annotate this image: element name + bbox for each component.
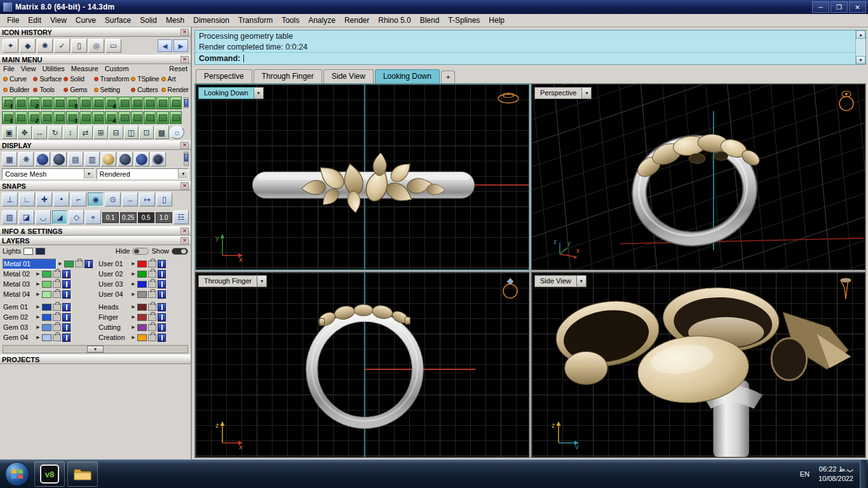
snap-point-icon[interactable]: ✚ xyxy=(36,193,52,207)
material-indicator-icon[interactable] xyxy=(62,323,71,332)
toolbar-icon[interactable] xyxy=(170,97,182,109)
material-indicator-icon[interactable] xyxy=(158,270,166,278)
command-prompt[interactable]: Command: xyxy=(195,52,865,64)
show-toggle[interactable] xyxy=(172,248,188,255)
toolbar-icon[interactable]: 1 xyxy=(2,97,14,109)
layer-name[interactable]: Metal 04 xyxy=(3,290,34,298)
toolbar-icon[interactable] xyxy=(118,111,130,124)
menu-help[interactable]: Help xyxy=(484,15,509,26)
layer-row[interactable]: Gem 02▶ xyxy=(3,312,93,322)
mm-view[interactable]: View xyxy=(21,65,36,72)
mirror-icon[interactable]: ⇄ xyxy=(78,126,93,139)
panel-header-info-settings[interactable]: INFO & SETTINGS ✕ xyxy=(0,226,191,236)
history-forward-icon[interactable]: ▶ xyxy=(173,39,188,52)
layer-row[interactable]: Metal 02▶ xyxy=(3,269,93,279)
scroll-down-icon[interactable]: ▼ xyxy=(856,56,865,64)
show-desktop-button[interactable] xyxy=(860,460,867,488)
array-icon[interactable]: ⊞ xyxy=(93,126,108,139)
orbit-icon[interactable]: ○ xyxy=(170,126,184,139)
gumball-icon[interactable]: ⌖ xyxy=(85,210,100,224)
layer-name[interactable]: User 01 xyxy=(98,260,130,268)
env-material-icon[interactable] xyxy=(151,152,166,166)
chevron-right-icon[interactable]: ▶ xyxy=(131,271,136,276)
lock-icon[interactable] xyxy=(53,324,61,331)
layer-name[interactable]: Metal 03 xyxy=(3,280,34,288)
layers-scrollbar[interactable]: ▼ xyxy=(3,345,188,353)
join-icon[interactable]: ⊡ xyxy=(139,126,154,139)
trim-icon[interactable]: ⊟ xyxy=(109,126,123,139)
display-scrollbar[interactable] xyxy=(184,152,189,166)
toolbar-icon[interactable] xyxy=(131,97,143,109)
button-transform[interactable]: Transform xyxy=(92,74,130,84)
chevron-down-icon[interactable]: ▼ xyxy=(257,275,267,287)
panel-header-projects[interactable]: PROJECTS xyxy=(0,355,191,364)
material-indicator-icon[interactable] xyxy=(85,260,93,268)
mm-reset-button[interactable]: Reset xyxy=(169,65,187,72)
chevron-right-icon[interactable]: ▶ xyxy=(36,325,41,330)
menu-mesh[interactable]: Mesh xyxy=(161,15,189,26)
layer-color-swatch[interactable] xyxy=(64,261,74,268)
close-icon[interactable]: ✕ xyxy=(180,29,189,36)
chevron-right-icon[interactable]: ▶ xyxy=(36,271,41,276)
mm-measure[interactable]: Measure xyxy=(71,65,98,72)
taskbar-clock[interactable]: 06:22 ب.ظ 10/08/2022 xyxy=(818,464,853,484)
lock-icon[interactable] xyxy=(148,271,156,278)
toolbar-icon[interactable] xyxy=(144,111,156,124)
material-indicator-icon[interactable] xyxy=(158,290,166,299)
mm-utilities[interactable]: Utilities xyxy=(42,65,64,72)
toolbar-icon[interactable] xyxy=(79,111,92,124)
panel-header-layers[interactable]: LAYERS ✕ xyxy=(0,236,191,245)
lock-icon[interactable] xyxy=(148,291,156,298)
chevron-right-icon[interactable]: ▶ xyxy=(131,292,136,297)
chevron-right-icon[interactable]: ▶ xyxy=(131,261,136,266)
viewport-through-finger[interactable]: Through Finger ▼ z x xyxy=(195,272,529,458)
scroll-up-icon[interactable]: ▲ xyxy=(856,30,865,39)
button-setting[interactable]: Setting xyxy=(92,85,130,95)
toolbar-icon[interactable] xyxy=(79,97,92,109)
material-indicator-icon[interactable] xyxy=(62,313,71,322)
toolbar-icon[interactable] xyxy=(41,97,53,109)
toolbar-icon[interactable]: 2 xyxy=(28,111,40,124)
layer-row[interactable]: Gem 03▶ xyxy=(3,322,93,332)
layer-row[interactable]: Gem 01▶ xyxy=(3,302,93,312)
viewport-label[interactable]: Looking Down xyxy=(198,87,254,99)
layer-color-swatch[interactable] xyxy=(137,281,147,288)
grid-snap-icon[interactable]: ▧ xyxy=(2,210,17,224)
layer-name[interactable]: Heads xyxy=(98,303,130,311)
layer-name[interactable]: Gem 04 xyxy=(3,334,34,341)
toolbar-icon[interactable] xyxy=(170,111,182,124)
layer-name[interactable]: Metal 02 xyxy=(3,270,34,278)
menu-rhino[interactable]: Rhino 5.0 xyxy=(374,15,415,26)
chevron-right-icon[interactable]: ▶ xyxy=(131,315,136,320)
select-rect-icon[interactable]: ▣ xyxy=(2,126,17,139)
lock-icon[interactable] xyxy=(148,304,156,311)
menu-analyze[interactable]: Analyze xyxy=(304,15,340,26)
toolbar-icon[interactable]: 4 xyxy=(105,97,117,109)
lock-icon[interactable] xyxy=(53,304,61,311)
hide-toggle[interactable] xyxy=(132,248,149,255)
layer-color-swatch[interactable] xyxy=(137,271,147,278)
button-gems[interactable]: Gems xyxy=(62,85,92,95)
viewport-looking-down[interactable]: Looking Down ▼ y x xyxy=(195,84,529,270)
gold-material-icon[interactable] xyxy=(101,152,116,166)
light-swatch-white[interactable] xyxy=(24,248,33,255)
close-button[interactable]: ✕ xyxy=(849,1,866,13)
smarttrack-icon[interactable]: ◇ xyxy=(69,210,84,224)
command-area[interactable]: Processing geometry table Render complet… xyxy=(194,30,866,65)
chevron-right-icon[interactable]: ▶ xyxy=(131,325,136,330)
layer-color-swatch[interactable] xyxy=(137,334,147,341)
snap-near-icon[interactable]: ∟ xyxy=(19,193,35,207)
material-indicator-icon[interactable] xyxy=(158,260,166,268)
layer-name[interactable]: User 03 xyxy=(98,280,130,288)
material-indicator-icon[interactable] xyxy=(158,280,166,288)
toolbar-icon[interactable]: 2 xyxy=(28,97,40,109)
layer-color-swatch[interactable] xyxy=(42,334,51,341)
button-art[interactable]: Art xyxy=(159,74,189,84)
snap-center-icon[interactable]: ◉ xyxy=(88,193,104,207)
viewport-label[interactable]: Perspective xyxy=(534,87,582,99)
layer-row[interactable]: Metal 04▶ xyxy=(3,289,93,299)
chevron-right-icon[interactable]: ▶ xyxy=(36,315,41,320)
panel-header-icon-history[interactable]: ICON HISTORY ✕ xyxy=(0,27,191,37)
drag-icon[interactable]: ↔ xyxy=(32,126,47,139)
layer-row[interactable]: Metal 03▶ xyxy=(3,279,93,289)
